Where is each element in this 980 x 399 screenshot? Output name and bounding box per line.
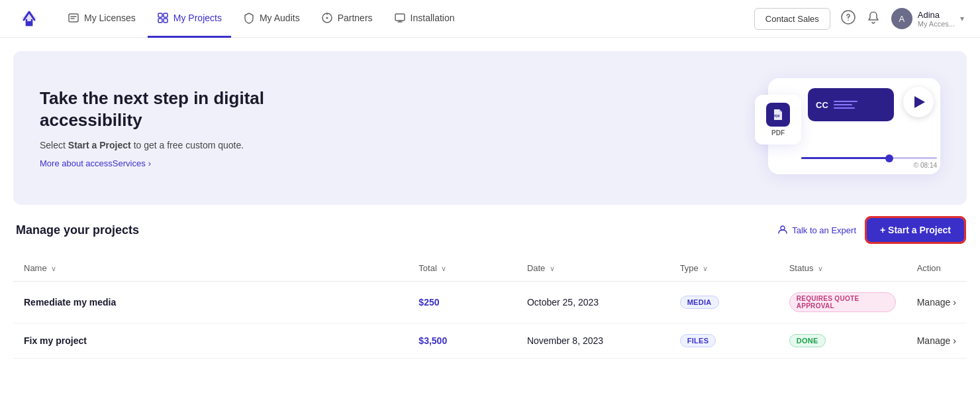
nav-item-installation[interactable]: Installation: [385, 0, 464, 38]
cc-lines: [834, 101, 858, 109]
user-menu[interactable]: A Adina My Acces... ▾: [891, 8, 964, 29]
svg-point-12: [848, 19, 849, 21]
bell-icon[interactable]: [866, 10, 881, 28]
chevron-down-icon: ▾: [960, 14, 964, 23]
col-header-status[interactable]: Status ∨: [779, 255, 906, 282]
cell-type-1: FILES: [669, 323, 779, 359]
sort-icon-type: ∨: [703, 264, 708, 272]
hero-text: Take the next step in digital accessibil…: [40, 87, 318, 168]
svg-rect-2: [69, 14, 78, 22]
status-badge-0: REQUIRES QUOTE APPROVAL: [789, 292, 896, 312]
hero-banner: Take the next step in digital accessibil…: [13, 51, 967, 205]
sort-icon-date: ∨: [550, 264, 555, 272]
cc-card: CC: [808, 88, 894, 121]
col-header-name[interactable]: Name ∨: [13, 255, 408, 282]
chevron-right-icon: ›: [148, 158, 151, 168]
cell-name-1: Fix my project: [13, 323, 408, 359]
manage-header: Manage your projects Talk to an Expert +…: [13, 218, 967, 242]
cell-action-0: Manage ›: [906, 282, 967, 323]
svg-rect-3: [158, 13, 162, 17]
play-triangle-icon: [914, 96, 925, 108]
type-badge-1: FILES: [680, 334, 716, 347]
svg-point-8: [326, 17, 328, 19]
cell-action-1: Manage ›: [906, 323, 967, 359]
hero-link[interactable]: More about accessServices ›: [40, 158, 318, 168]
svg-rect-6: [164, 19, 168, 23]
avatar: A: [891, 8, 912, 29]
user-info: Adina My Acces...: [918, 10, 955, 28]
nav-item-my-audits[interactable]: My Audits: [234, 0, 309, 38]
table-header-row: Name ∨ Total ∨ Date ∨ Type ∨ Status ∨: [13, 255, 967, 282]
pdf-label: PDF: [771, 129, 785, 137]
nav-items: My Licenses My Projects My Audits Partne…: [58, 0, 754, 38]
nav-right: Contact Sales A Adina My Acces... ▾: [754, 8, 964, 30]
col-header-type[interactable]: Type ∨: [669, 255, 779, 282]
cell-status-0: REQUIRES QUOTE APPROVAL: [779, 282, 906, 323]
cell-total-0: $250: [408, 282, 516, 323]
table-row: Fix my project $3,500 November 8, 2023 F…: [13, 323, 967, 359]
svg-rect-1: [27, 21, 31, 25]
manage-actions: Talk to an Expert + Start a Project: [777, 218, 964, 242]
sort-icon-status: ∨: [818, 264, 823, 272]
manage-title: Manage your projects: [16, 223, 139, 237]
play-button[interactable]: [903, 87, 934, 117]
hero-subtitle: Select Start a Project to get a free cus…: [40, 140, 318, 150]
cell-total-1: $3,500: [408, 323, 516, 359]
main-content: Manage your projects Talk to an Expert +…: [0, 205, 980, 372]
cell-name-0: Remediate my media: [13, 282, 408, 323]
col-header-total[interactable]: Total ∨: [408, 255, 516, 282]
svg-rect-10: [395, 14, 405, 21]
hero-title: Take the next step in digital accessibil…: [40, 87, 318, 131]
chevron-right-icon: ›: [953, 297, 956, 308]
col-header-date[interactable]: Date ∨: [516, 255, 669, 282]
sort-icon-name: ∨: [51, 264, 56, 272]
nav-item-my-projects[interactable]: My Projects: [148, 0, 231, 38]
cell-date-0: October 25, 2023: [516, 282, 669, 323]
svg-text:PDF: PDF: [773, 114, 780, 118]
cell-type-0: MEDIA: [669, 282, 779, 323]
manage-link-1[interactable]: Manage ›: [917, 335, 956, 346]
projects-table: Name ∨ Total ∨ Date ∨ Type ∨ Status ∨: [13, 255, 967, 359]
manage-link-0[interactable]: Manage ›: [917, 297, 956, 308]
logo[interactable]: [16, 5, 42, 32]
status-badge-1: DONE: [789, 334, 826, 347]
col-header-action: Action: [906, 255, 967, 282]
cc-label: CC: [816, 100, 828, 110]
sort-icon-total: ∨: [441, 264, 446, 272]
type-badge-0: MEDIA: [680, 296, 719, 309]
talk-to-expert-button[interactable]: Talk to an Expert: [777, 225, 856, 235]
start-project-button[interactable]: + Start a Project: [867, 218, 964, 242]
help-icon[interactable]: [841, 10, 856, 28]
nav-item-partners[interactable]: Partners: [312, 0, 382, 38]
progress-bar-area: © 08:14: [801, 157, 937, 169]
cell-status-1: DONE: [779, 323, 906, 359]
pdf-card: PDF PDF: [755, 95, 801, 144]
svg-rect-5: [158, 19, 162, 23]
cell-date-1: November 8, 2023: [516, 323, 669, 359]
nav-item-my-licenses[interactable]: My Licenses: [58, 0, 145, 38]
navbar: My Licenses My Projects My Audits Partne…: [0, 0, 980, 38]
contact-sales-button[interactable]: Contact Sales: [754, 8, 830, 30]
table-row: Remediate my media $250 October 25, 2023…: [13, 282, 967, 323]
hero-illustration: PDF PDF CC © 08:14: [715, 75, 940, 181]
svg-point-14: [781, 226, 785, 230]
chevron-right-icon: ›: [953, 335, 956, 346]
svg-rect-4: [164, 13, 168, 17]
